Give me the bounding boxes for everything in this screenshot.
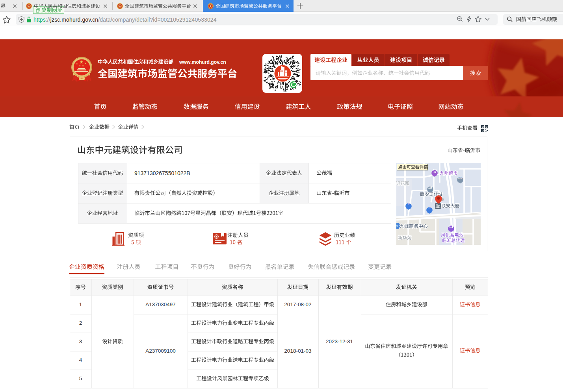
svg-text:ATM: ATM [458, 176, 463, 179]
svg-text:P: P [429, 207, 431, 209]
svg-text:★: ★ [27, 4, 30, 8]
svg-text:P: P [408, 203, 410, 205]
svg-text:★: ★ [209, 4, 212, 8]
svg-text:9: 9 [396, 224, 398, 228]
svg-text:★: ★ [118, 4, 121, 8]
